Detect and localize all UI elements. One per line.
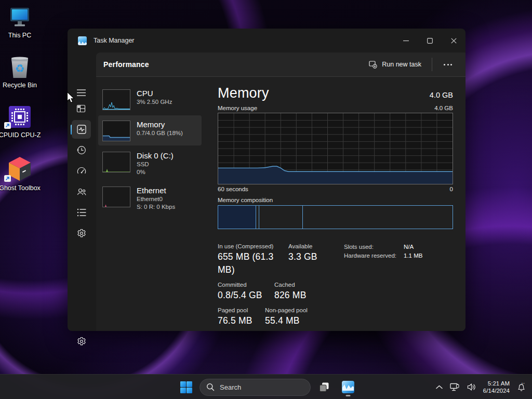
desktop-icon-recycle-bin[interactable]: ♻ Recycle Bin (0, 54, 42, 89)
desktop-icon-ghost-toolbox[interactable]: Ghost Toolbox (0, 156, 42, 192)
do-not-disturb-bell-icon: zz (516, 382, 526, 392)
page-title: Performance (103, 60, 149, 69)
panel-header: Performance Run new task (96, 52, 466, 77)
nav-services[interactable] (72, 224, 91, 243)
stat-value: 76.5 MB (218, 314, 265, 327)
running-app-indicator (346, 395, 351, 396)
stat-value: 55.4 MB (265, 314, 308, 327)
perf-card-ethernet[interactable]: Ethernet Ethernet0 S: 0 R: 0 Kbps (98, 181, 202, 215)
ghost-toolbox-icon (0, 156, 42, 182)
memory-usage-label: Memory usage (218, 105, 257, 111)
memory-composition-bar[interactable] (218, 205, 453, 229)
desktop-icon-cpuz[interactable]: CPUID CPU-Z (0, 104, 42, 139)
perf-card-cpu[interactable]: CPU 3% 2.50 GHz (98, 84, 202, 114)
desktop-icon-label: CPUID CPU-Z (0, 131, 42, 139)
stat-value: 655 MB (61.3 MB) (218, 250, 288, 276)
composition-segment-in-use[interactable] (218, 206, 256, 229)
svg-text:♻: ♻ (15, 62, 25, 75)
stat-label: Cached (274, 281, 307, 289)
card-title: Ethernet (137, 185, 175, 195)
nav-startup-apps[interactable] (72, 162, 91, 180)
disk-mini-chart (102, 152, 130, 172)
more-options-button[interactable] (437, 64, 458, 65)
stat-value: N/A (404, 243, 414, 251)
memory-composition-label: Memory composition (218, 197, 453, 203)
windows-logo-icon (180, 381, 193, 394)
perf-card-disk[interactable]: Disk 0 (C:) SSD 0% (98, 147, 202, 180)
composition-segment-standby[interactable] (259, 206, 303, 229)
header-separator (432, 58, 432, 71)
network-tray-button[interactable] (447, 377, 462, 397)
window-title: Task Manager (94, 37, 135, 44)
memory-mini-chart (102, 121, 130, 141)
memory-usage-chart[interactable] (218, 113, 453, 184)
minimize-button[interactable] (394, 29, 418, 52)
desktop-icon-label: This PC (0, 31, 42, 39)
taskbar: Search 5:21 AM 6/14/2024 zz (0, 374, 532, 399)
task-manager-window: Task Manager (68, 29, 466, 331)
run-new-task-button[interactable]: Run new task (364, 57, 427, 72)
task-manager-taskbar-icon (341, 380, 355, 394)
memory-usage-max: 4.0 GB (434, 105, 453, 111)
tray-chevron-button[interactable] (433, 377, 445, 397)
history-icon (76, 145, 87, 155)
nav-details[interactable] (72, 203, 91, 222)
task-view-icon (318, 381, 330, 393)
nav-settings[interactable] (72, 332, 91, 351)
notification-bell-button[interactable]: zz (514, 377, 529, 397)
stat-label: In use (Compressed) (218, 243, 288, 250)
axis-right-label: 0 (450, 186, 453, 192)
clock-date: 6/14/2024 (483, 387, 510, 395)
stat-label: Hardware reserved: (344, 251, 404, 260)
desktop-icon-label: Ghost Toolbox (0, 184, 42, 192)
cpuz-icon (0, 104, 42, 129)
memory-stats: In use (Compressed) 655 MB (61.3 MB) Ava… (218, 243, 453, 327)
perf-card-memory[interactable]: Memory 0.7/4.0 GB (18%) (98, 115, 202, 145)
card-subtitle2: 0% (137, 168, 174, 176)
nav-processes[interactable] (72, 99, 91, 118)
processes-icon (76, 104, 86, 114)
card-title: Memory (137, 119, 183, 129)
card-title: Disk 0 (C:) (137, 151, 174, 161)
stat-value: 1.1 MB (404, 251, 422, 260)
card-subtitle: 0.7/4.0 GB (18%) (137, 129, 183, 137)
stat-label: Paged pool (218, 307, 265, 314)
content-panel: Performance Run new task CPU 3% 2.50 GHz (96, 52, 466, 331)
services-icon (76, 228, 87, 238)
stat-label: Slots used: (344, 243, 404, 251)
title-bar[interactable]: Task Manager (68, 29, 466, 52)
gear-icon (76, 336, 87, 347)
cpu-mini-chart (102, 89, 130, 110)
shortcut-arrow-icon (4, 175, 11, 182)
stat-value: 3.3 GB (288, 250, 317, 263)
recycle-bin-icon: ♻ (0, 54, 42, 79)
ethernet-mini-chart (102, 187, 130, 207)
search-icon (206, 383, 215, 391)
task-view-button[interactable] (314, 377, 335, 397)
stat-value: 826 MB (274, 289, 307, 302)
nav-users[interactable] (72, 182, 91, 201)
card-title: CPU (137, 88, 172, 98)
nav-app-history[interactable] (72, 141, 91, 159)
performance-icon (76, 124, 87, 135)
start-button[interactable] (176, 377, 196, 397)
new-task-icon (369, 60, 377, 69)
search-placeholder: Search (220, 383, 241, 391)
tray-clock[interactable]: 5:21 AM 6/14/2024 (481, 380, 512, 395)
nav-performance[interactable] (72, 120, 91, 139)
startup-icon (76, 166, 87, 176)
search-box[interactable]: Search (200, 379, 311, 396)
memory-title: Memory (218, 85, 269, 101)
speaker-icon (467, 383, 476, 391)
close-button[interactable] (442, 29, 466, 52)
memory-total: 4.0 GB (430, 91, 453, 99)
this-pc-icon (0, 4, 42, 29)
taskbar-task-manager-button[interactable] (338, 377, 358, 397)
composition-segment-free[interactable] (303, 206, 453, 229)
maximize-button[interactable] (418, 29, 442, 52)
run-new-task-label: Run new task (382, 61, 421, 68)
performance-sidebar-list: CPU 3% 2.50 GHz Memory 0.7/4.0 GB (18%) (97, 84, 203, 216)
volume-tray-button[interactable] (464, 377, 479, 397)
stat-label: Non-paged pool (265, 307, 308, 314)
desktop-icon-this-pc[interactable]: This PC (0, 4, 42, 39)
